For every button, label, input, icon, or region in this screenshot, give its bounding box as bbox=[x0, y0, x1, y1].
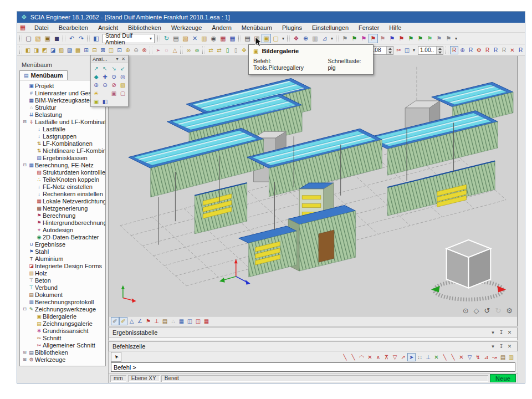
angle-snap-icon[interactable]: ⊿ bbox=[482, 353, 490, 361]
ortho-icon[interactable]: ⊥ bbox=[424, 353, 432, 361]
view-dir-3-icon[interactable]: ↘ bbox=[110, 64, 118, 72]
menu-werkzeuge[interactable]: Werkzeuge bbox=[166, 24, 207, 31]
view-flag-7-icon[interactable]: ⚑ bbox=[397, 34, 406, 43]
table-results-icon[interactable]: ▦ bbox=[218, 34, 228, 43]
pair-link-icon[interactable]: ∞ bbox=[185, 46, 193, 54]
chevron-down-icon[interactable]: ▾ bbox=[489, 330, 497, 335]
support-display-icon[interactable]: ⊥ bbox=[152, 317, 161, 325]
view-flag-2-icon[interactable]: ⚑ bbox=[350, 34, 359, 43]
cross-snap-icon[interactable]: ✕ bbox=[432, 353, 441, 361]
tree-holz[interactable]: ▥ Holz bbox=[20, 269, 105, 277]
ucs-icon[interactable]: ⊿ bbox=[320, 34, 329, 43]
mdi-window-icon[interactable]: ▦ bbox=[18, 24, 27, 31]
angle-icon[interactable]: ✂ bbox=[395, 46, 403, 54]
cursor-snap-icon[interactable]: ➤ bbox=[407, 353, 416, 361]
clip-front-icon[interactable]: ✐ bbox=[111, 317, 119, 325]
menu-hilfe[interactable]: Hilfe bbox=[384, 24, 406, 31]
mesh-icon[interactable]: ◉ bbox=[209, 34, 218, 43]
ratio-spinner[interactable]: 1.00.. bbox=[418, 46, 443, 55]
results-7-icon[interactable]: R bbox=[500, 46, 508, 54]
view-flag-9-icon[interactable]: ⚑ bbox=[416, 34, 425, 43]
print-area-icon[interactable]: ▧ bbox=[119, 81, 127, 89]
menu-bibliotheken[interactable]: Bibliotheken bbox=[123, 24, 166, 31]
toolbar-grip[interactable] bbox=[238, 35, 241, 42]
cross-link-icon[interactable]: ✥ bbox=[240, 46, 248, 54]
display-tool-2-icon[interactable]: ◨ bbox=[32, 46, 40, 54]
menu-fenster[interactable]: Fenster bbox=[354, 24, 384, 31]
named-view-icon[interactable]: ◫ bbox=[403, 46, 411, 54]
view-flag-8-icon[interactable]: ⚑ bbox=[406, 34, 416, 43]
tree-expander-icon[interactable]: ⊟ bbox=[22, 162, 28, 167]
pair-unlink-icon[interactable]: ∞ bbox=[193, 46, 201, 54]
toolbar-grip[interactable] bbox=[150, 47, 152, 54]
display-tool-9-icon[interactable]: ⊟ bbox=[90, 46, 99, 54]
tree-bildergalerie[interactable]: ▣ Bildergalerie bbox=[20, 313, 105, 320]
light-icon[interactable]: ☀ bbox=[92, 89, 100, 97]
tree-bibliotheken[interactable]: ⊞ ▤ Bibliotheken bbox=[20, 349, 105, 356]
select-arrow-icon[interactable]: ➢ bbox=[154, 46, 162, 54]
toolbar-grip[interactable] bbox=[19, 35, 22, 42]
zoom-icon[interactable]: ⊙ bbox=[463, 306, 469, 315]
label-display-icon[interactable]: ⚑ bbox=[144, 317, 152, 325]
tree-expander-icon[interactable]: ⊟ bbox=[22, 306, 28, 311]
table-display-icon[interactable]: ▦ bbox=[202, 317, 211, 325]
axo-view-icon[interactable]: ◆ bbox=[92, 73, 100, 80]
view-flag-12-icon[interactable]: ⚑ bbox=[444, 34, 453, 43]
tree-expander-icon[interactable]: ⊞ bbox=[22, 357, 28, 362]
display-tool-5-icon[interactable]: ▧ bbox=[57, 46, 65, 54]
undo-icon[interactable]: ↶ bbox=[67, 34, 76, 43]
tree-integrierte-design-forms[interactable]: ◪ Integrierte Design Forms bbox=[20, 262, 105, 269]
results-8-icon[interactable]: ✕ bbox=[508, 46, 516, 54]
member2-icon[interactable]: ▯ bbox=[232, 46, 240, 54]
tree-stahl[interactable]: ⚑ Stahl bbox=[20, 248, 105, 255]
iso-cube-icon[interactable]: ◇ bbox=[474, 306, 479, 315]
chevron-down-icon[interactable]: ▾ bbox=[489, 344, 497, 349]
display-tool-10-icon[interactable]: ⊠ bbox=[99, 46, 107, 54]
tree-beton[interactable]: ⊤ Beton bbox=[20, 277, 105, 284]
clipboard-icon[interactable]: ▥ bbox=[200, 34, 209, 43]
new-window-icon[interactable]: ◧ bbox=[91, 34, 101, 43]
display-tool-15-icon[interactable]: ⊗ bbox=[140, 46, 149, 54]
tree-werkzeuge[interactable]: ⊞ ⚙ Werkzeuge bbox=[20, 356, 105, 363]
selection-icon[interactable]: ❖ bbox=[291, 34, 301, 43]
picture-gallery-icon[interactable]: ▣ bbox=[262, 34, 271, 43]
display-tool-14-icon[interactable]: ⊖ bbox=[132, 46, 140, 54]
layers-icon[interactable]: ▤ bbox=[499, 353, 507, 361]
perspective-icon[interactable]: ◧ bbox=[101, 98, 109, 105]
tree-lokale-netzverdichtung[interactable]: ▦ Lokale Netzverdichtung bbox=[20, 197, 105, 204]
import-icon[interactable]: ▣ bbox=[43, 34, 52, 43]
pin-icon[interactable]: ↧ bbox=[497, 344, 505, 349]
open-icon[interactable]: ▧ bbox=[33, 34, 43, 43]
toolbar-grip[interactable] bbox=[336, 35, 339, 42]
line-snap-1-icon[interactable]: ╲ bbox=[441, 353, 449, 361]
midpoint-snap-icon[interactable]: ╲ bbox=[349, 353, 357, 361]
grid-snap-icon[interactable]: ∷ bbox=[416, 353, 424, 361]
levels-icon[interactable]: ▥ bbox=[310, 34, 320, 43]
tri-snap-icon[interactable]: ▽ bbox=[466, 353, 474, 361]
tree-netzgenerierung[interactable]: ▩ Netzgenerierung bbox=[20, 204, 105, 212]
view-palette-titlebar[interactable]: Ansi... ▾ ✕ bbox=[91, 55, 128, 63]
spinner-buttons[interactable] bbox=[386, 47, 393, 54]
nav-cube[interactable] bbox=[431, 240, 506, 300]
zoom-window-icon[interactable]: ⊙ bbox=[110, 73, 118, 80]
view-flag-5-icon[interactable]: ⚑ bbox=[378, 34, 387, 43]
regenerate-icon[interactable]: ↻ bbox=[162, 34, 171, 43]
spinner-buttons[interactable] bbox=[436, 47, 443, 54]
tree-fe-netz-einstellen[interactable]: ↓ FE-Netz einstellen bbox=[20, 183, 105, 190]
view-flag-4-icon[interactable]: ⚑ bbox=[369, 34, 378, 43]
menu-ansicht[interactable]: Ansicht bbox=[93, 24, 123, 31]
intersection-snap-icon[interactable]: ✕ bbox=[366, 353, 374, 361]
model-canvas[interactable]: ⊙ ◇ ↺ ↻ ⚙ bbox=[109, 56, 517, 316]
tree-lastfaelle-lf-kombinationen[interactable]: ⊟ ⇓ Lastfälle und LF-Kombinationen bbox=[20, 118, 105, 125]
view-more-icon[interactable]: ▾ bbox=[411, 46, 417, 54]
table-input-icon[interactable]: ▦ bbox=[228, 34, 237, 43]
toolbar-grip[interactable] bbox=[202, 47, 205, 54]
zoom-more-icon[interactable]: ▾ bbox=[329, 34, 335, 43]
tree-allgemeiner-schnitt[interactable]: ✂ Allgemeiner Schnitt bbox=[20, 341, 105, 349]
extension-snap-icon[interactable]: ↗ bbox=[399, 353, 407, 361]
tree-expander-icon[interactable]: ⊟ bbox=[22, 119, 28, 124]
render-icon[interactable]: ▤ bbox=[161, 317, 169, 325]
camera2-icon[interactable]: ▢ bbox=[119, 89, 127, 97]
display-tool-3-icon[interactable]: ◩ bbox=[40, 46, 49, 54]
documents-icon[interactable]: ▤ bbox=[171, 34, 181, 43]
